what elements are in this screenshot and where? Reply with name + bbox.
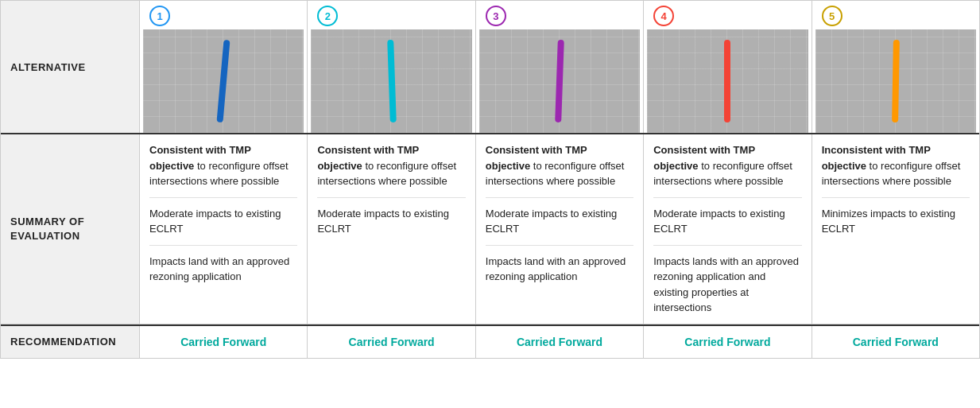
eval-text-1-3: Impacts land with an approved rezoning a… [149,255,289,283]
eval-block-4-1: Consistent with TMP objective to reconfi… [653,142,801,198]
alt-badge-2: 2 [317,6,338,26]
recommendation-text-2: Carried Forward [349,336,435,348]
recommendation-text-5: Carried Forward [853,336,939,348]
eval-text-1-2: Moderate impacts to existing ECLRT [149,208,281,235]
summary-row: SUMMARY OFEVALUATION Consistent with TMP… [1,134,979,324]
header-row: ALTERNATIVE 1 2 3 4 [1,1,979,134]
eval-text-4-3: Impacts lands with an approved rezoning … [653,255,799,314]
eval-text-3-2: Moderate impacts to existing ECLRT [486,208,617,235]
eval-text-2-2: Moderate impacts to existing ECLRT [317,208,448,235]
eval-block-3-2: Moderate impacts to existing ECLRT [486,206,633,246]
eval-block-3-3: Impacts land with an approved rezoning a… [486,254,633,285]
alt-cell-2: 2 [308,1,475,133]
eval-block-5-2: Minimizes impacts to existing ECLRT [822,206,970,237]
eval-block-1-2: Moderate impacts to existing ECLRT [149,206,297,246]
recommendation-alt5: Carried Forward [812,326,979,358]
alt-badge-1: 1 [149,6,170,26]
recommendation-label-cell: RECOMMENDATION [1,326,140,358]
recommendation-text-4: Carried Forward [684,336,770,348]
eval-block-1-3: Impacts land with an approved rezoning a… [149,254,297,285]
summary-alt2: Consistent with TMP objective to reconfi… [308,134,475,324]
alt-badge-4: 4 [653,6,674,26]
alt-cell-4: 4 [644,1,812,133]
comparison-table: ALTERNATIVE 1 2 3 4 [0,0,980,359]
summary-alt3: Consistent with TMP objective to reconfi… [476,134,644,324]
alternative-label-cell: ALTERNATIVE [1,1,140,133]
recommendation-alt1: Carried Forward [140,326,308,358]
eval-text-5-2: Minimizes impacts to existing ECLRT [822,208,955,235]
recommendation-text-1: Carried Forward [180,336,266,348]
map-thumbnail-1 [143,29,304,133]
recommendation-label: RECOMMENDATION [10,336,116,348]
alt-cell-5: 5 [812,1,979,133]
alt-cell-1: 1 [140,1,308,133]
eval-text-4-2: Moderate impacts to existing ECLRT [653,208,784,235]
eval-block-2-1: Consistent with TMP objective to reconfi… [317,142,465,198]
recommendation-text-3: Carried Forward [517,336,602,348]
map-thumbnail-2 [311,29,471,133]
recommendation-alt3: Carried Forward [476,326,644,358]
eval-block-3-1: Consistent with TMP objective to reconfi… [486,142,633,198]
alternative-label: ALTERNATIVE [10,61,86,73]
recommendation-alt4: Carried Forward [644,326,812,358]
eval-block-1-1: Consistent with TMP objective to reconfi… [149,142,297,198]
summary-label: SUMMARY OFEVALUATION [10,215,84,243]
summary-alt4: Consistent with TMP objective to reconfi… [644,134,812,324]
map-thumbnail-5 [815,29,976,133]
map-thumbnail-4 [647,29,808,133]
summary-label-cell: SUMMARY OFEVALUATION [1,134,140,324]
alt-cell-3: 3 [476,1,644,133]
eval-block-5-1: Inconsistent with TMP objective to recon… [822,142,970,198]
eval-block-2-2: Moderate impacts to existing ECLRT [317,206,465,237]
summary-alt1: Consistent with TMP objective to reconfi… [140,134,308,324]
recommendation-alt2: Carried Forward [308,326,475,358]
eval-block-4-3: Impacts lands with an approved rezoning … [653,254,801,316]
eval-block-4-2: Moderate impacts to existing ECLRT [653,206,801,246]
alt-badge-5: 5 [822,6,842,26]
alt-badge-3: 3 [486,6,506,26]
recommendation-row: RECOMMENDATION Carried Forward Carried F… [1,324,979,358]
map-thumbnail-3 [479,29,640,133]
eval-text-3-3: Impacts land with an approved rezoning a… [486,255,626,283]
summary-alt5: Inconsistent with TMP objective to recon… [812,134,979,324]
